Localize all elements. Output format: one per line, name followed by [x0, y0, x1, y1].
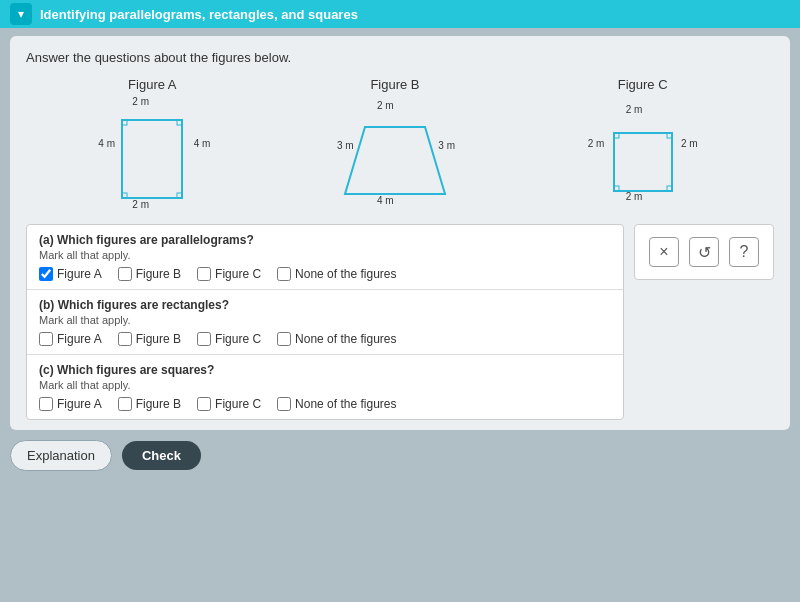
- question-c-subtitle: Mark all that apply.: [39, 379, 611, 391]
- help-button[interactable]: ?: [729, 237, 759, 267]
- q-a-option-1[interactable]: Figure B: [118, 267, 181, 281]
- figure-c-container: Figure C 2 m 2 m 2 m 2 m: [588, 77, 698, 208]
- question-a-options: Figure A Figure B Figure C None of the f…: [39, 267, 611, 281]
- figure-b-label: Figure B: [370, 77, 419, 92]
- controls-box: × ↺ ?: [634, 224, 774, 280]
- q-b-checkbox-3[interactable]: [277, 332, 291, 346]
- q-a-option-0[interactable]: Figure A: [39, 267, 102, 281]
- top-bar: ▾ Identifying parallelograms, rectangles…: [0, 0, 800, 28]
- figure-c-top-dim: 2 m: [626, 104, 643, 115]
- bottom-bar: Explanation Check: [10, 440, 790, 471]
- q-c-checkbox-2[interactable]: [197, 397, 211, 411]
- control-row: × ↺ ?: [649, 237, 759, 267]
- question-c-section: (c) Which figures are squares? Mark all …: [27, 355, 623, 419]
- main-content: Answer the questions about the figures b…: [10, 36, 790, 430]
- figure-b-wrapper: 2 m 3 m 3 m 4 m: [335, 98, 455, 208]
- figure-b-bottom-dim: 4 m: [377, 195, 394, 206]
- figure-a-label: Figure A: [128, 77, 176, 92]
- question-b-subtitle: Mark all that apply.: [39, 314, 611, 326]
- q-a-checkbox-3[interactable]: [277, 267, 291, 281]
- question-a-title: (a) Which figures are parallelograms?: [39, 233, 611, 247]
- figure-a-right-dim: 4 m: [194, 138, 211, 149]
- q-b-option-2[interactable]: Figure C: [197, 332, 261, 346]
- q-b-option-3[interactable]: None of the figures: [277, 332, 396, 346]
- figures-row: Figure A 2 m 4 m 4 m 2 m Figure B: [26, 77, 774, 208]
- figure-c-bottom-dim: 2 m: [626, 191, 643, 202]
- q-a-checkbox-1[interactable]: [118, 267, 132, 281]
- question-b-options: Figure A Figure B Figure C None of the f…: [39, 332, 611, 346]
- figure-b-container: Figure B 2 m 3 m 3 m 4 m: [335, 77, 455, 208]
- q-c-option-1[interactable]: Figure B: [118, 397, 181, 411]
- figure-a-left-dim: 4 m: [98, 138, 115, 149]
- question-c-options: Figure A Figure B Figure C None of the f…: [39, 397, 611, 411]
- question-b-section: (b) Which figures are rectangles? Mark a…: [27, 290, 623, 355]
- questions-and-controls: (a) Which figures are parallelograms? Ma…: [26, 224, 774, 420]
- q-b-option-0[interactable]: Figure A: [39, 332, 102, 346]
- question-a-subtitle: Mark all that apply.: [39, 249, 611, 261]
- q-c-checkbox-1[interactable]: [118, 397, 132, 411]
- q-a-option-3[interactable]: None of the figures: [277, 267, 396, 281]
- refresh-button[interactable]: ↺: [689, 237, 719, 267]
- figure-c-wrapper: 2 m 2 m 2 m 2 m: [588, 98, 698, 208]
- figure-a-top-dim: 2 m: [132, 96, 149, 107]
- figure-c-left-dim: 2 m: [588, 138, 605, 149]
- figure-a-container: Figure A 2 m 4 m 4 m 2 m: [102, 77, 202, 208]
- svg-rect-6: [614, 133, 672, 191]
- q-c-option-2[interactable]: Figure C: [197, 397, 261, 411]
- q-c-option-0[interactable]: Figure A: [39, 397, 102, 411]
- figure-b-svg: [340, 122, 450, 202]
- q-b-checkbox-1[interactable]: [118, 332, 132, 346]
- figure-a-bottom-dim: 2 m: [132, 199, 149, 210]
- question-a-section: (a) Which figures are parallelograms? Ma…: [27, 225, 623, 290]
- figure-b-top-dim: 2 m: [377, 100, 394, 111]
- figure-a-svg: [117, 115, 187, 205]
- q-b-checkbox-0[interactable]: [39, 332, 53, 346]
- q-b-checkbox-2[interactable]: [197, 332, 211, 346]
- q-c-checkbox-0[interactable]: [39, 397, 53, 411]
- q-c-checkbox-3[interactable]: [277, 397, 291, 411]
- figure-c-label: Figure C: [618, 77, 668, 92]
- close-button[interactable]: ×: [649, 237, 679, 267]
- check-button[interactable]: Check: [122, 441, 201, 470]
- svg-marker-5: [345, 127, 445, 194]
- svg-rect-0: [122, 120, 182, 198]
- chevron-down-button[interactable]: ▾: [10, 3, 32, 25]
- q-c-option-3[interactable]: None of the figures: [277, 397, 396, 411]
- figure-b-left-dim: 3 m: [337, 140, 354, 151]
- q-a-checkbox-2[interactable]: [197, 267, 211, 281]
- q-a-checkbox-0[interactable]: [39, 267, 53, 281]
- explanation-button[interactable]: Explanation: [10, 440, 112, 471]
- figure-c-svg: [608, 127, 678, 197]
- top-bar-title: Identifying parallelograms, rectangles, …: [40, 7, 358, 22]
- question-c-title: (c) Which figures are squares?: [39, 363, 611, 377]
- question-b-title: (b) Which figures are rectangles?: [39, 298, 611, 312]
- figure-c-right-dim: 2 m: [681, 138, 698, 149]
- q-b-option-1[interactable]: Figure B: [118, 332, 181, 346]
- questions-box: (a) Which figures are parallelograms? Ma…: [26, 224, 624, 420]
- instruction-text: Answer the questions about the figures b…: [26, 50, 774, 65]
- figure-a-wrapper: 2 m 4 m 4 m 2 m: [102, 98, 202, 208]
- figure-b-right-dim: 3 m: [438, 140, 455, 151]
- q-a-option-2[interactable]: Figure C: [197, 267, 261, 281]
